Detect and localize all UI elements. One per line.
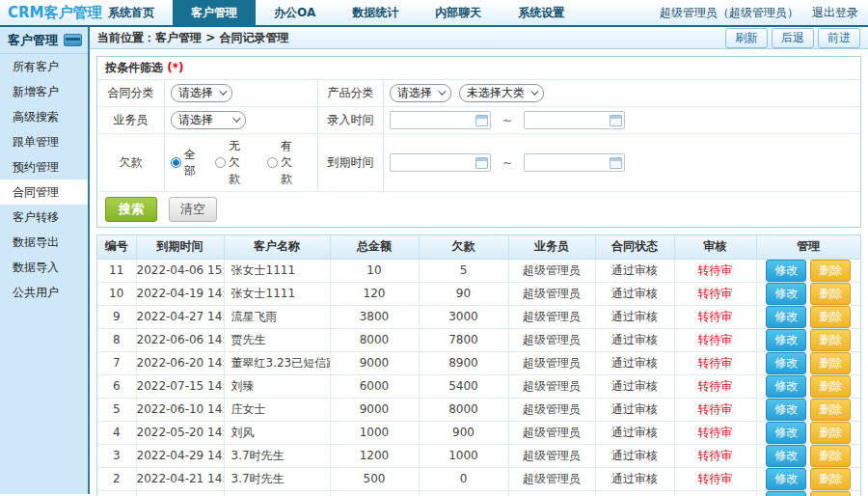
due-time-start-input[interactable] <box>390 153 491 172</box>
delete-button[interactable]: 删除 <box>810 468 851 490</box>
row-total: 1200 <box>330 444 419 467</box>
audit-link[interactable]: 转待审 <box>698 472 733 485</box>
row-status: 通过审核 <box>595 351 674 374</box>
sidebar-item-4[interactable]: 预约管理 <box>0 154 88 179</box>
row-salesman: 超级管理员 <box>508 421 595 444</box>
sidebar-item-3[interactable]: 跟单管理 <box>0 129 88 154</box>
edit-button[interactable]: 修改 <box>766 283 806 305</box>
sidebar-item-1[interactable]: 新增客户 <box>0 79 88 104</box>
edit-button[interactable]: 修改 <box>766 329 806 351</box>
row-total: 9000 <box>330 398 419 421</box>
table-row: 72022-06-20 14:47董翠红3.23已短信跟进90008900超级管… <box>97 351 860 374</box>
delete-button[interactable]: 删除 <box>810 422 851 444</box>
edit-button[interactable]: 修改 <box>766 399 806 421</box>
tab-1[interactable]: 客户管理 <box>173 0 256 25</box>
edit-button[interactable]: 修改 <box>766 468 806 490</box>
audit-link[interactable]: 转待审 <box>698 426 733 439</box>
entry-time-start-input[interactable] <box>390 111 491 129</box>
forward-button[interactable]: 前进 <box>818 28 860 48</box>
edit-button[interactable]: 修改 <box>766 375 806 398</box>
sidebar-item-6[interactable]: 客户转移 <box>0 205 88 230</box>
product-subcategory-select[interactable]: 未选择大类 <box>459 84 544 102</box>
delete-button[interactable]: 删除 <box>810 491 851 496</box>
debt-radio-1[interactable]: 无欠款 <box>215 138 248 187</box>
calendar-icon[interactable] <box>610 157 622 169</box>
audit-link[interactable]: 转待审 <box>698 310 733 323</box>
delete-button[interactable]: 删除 <box>810 329 851 351</box>
tab-0[interactable]: 系统首页 <box>90 0 173 25</box>
refresh-button[interactable]: 刷新 <box>725 28 768 48</box>
sidebar-item-8[interactable]: 数据导入 <box>0 255 88 280</box>
delete-button[interactable]: 删除 <box>810 306 851 328</box>
row-id: 10 <box>97 282 136 305</box>
product-category-select[interactable]: 请选择 <box>390 84 451 102</box>
row-manage-cell: 修改删除 <box>756 467 860 490</box>
search-button[interactable]: 搜索 <box>105 197 157 222</box>
delete-button[interactable]: 删除 <box>810 445 851 467</box>
back-button[interactable]: 后退 <box>772 28 814 48</box>
sidebar-item-9[interactable]: 公共用户 <box>0 280 88 305</box>
delete-button[interactable]: 删除 <box>810 375 851 398</box>
row-customer: 3.7时先生 <box>224 467 330 490</box>
tab-5[interactable]: 系统设置 <box>500 0 583 25</box>
audit-link[interactable]: 转待审 <box>698 287 733 300</box>
sidebar-item-5[interactable]: 合同管理 <box>0 179 88 205</box>
debt-radio-2[interactable]: 有欠款 <box>267 138 300 187</box>
contracts-table-panel: 编号到期时间客户名称总金额欠款业务员合同状态审核管理 112022-04-06 … <box>96 234 861 496</box>
row-salesman: 超级管理员 <box>508 305 595 328</box>
salesman-select[interactable]: 请选择 <box>171 111 246 129</box>
row-salesman: 超级管理员 <box>508 467 595 490</box>
row-due: 2022-07-15 14:45 <box>136 374 224 398</box>
col-header-7: 审核 <box>674 235 756 259</box>
tab-2[interactable]: 办公OA <box>256 0 334 25</box>
logout-link[interactable]: 退出登录 <box>812 5 858 21</box>
audit-link[interactable]: 转待审 <box>698 263 733 277</box>
contract-category-select[interactable]: 请选择 <box>171 84 232 102</box>
audit-link[interactable]: 转待审 <box>698 379 733 393</box>
audit-link[interactable]: 转待审 <box>698 449 733 462</box>
edit-button[interactable]: 修改 <box>766 422 806 444</box>
select-value: 请选择 <box>397 85 432 101</box>
edit-button[interactable]: 修改 <box>766 306 806 328</box>
row-status: 通过审核 <box>595 328 674 351</box>
row-salesman: 超级管理员 <box>508 259 595 282</box>
audit-link[interactable]: 转待审 <box>698 356 733 370</box>
row-customer: 庄女士 <box>224 398 330 421</box>
col-header-8: 管理 <box>756 235 860 259</box>
sidebar-item-2[interactable]: 高级搜索 <box>0 104 88 129</box>
edit-button[interactable]: 修改 <box>766 491 806 496</box>
tab-3[interactable]: 数据统计 <box>334 0 417 25</box>
entry-time-end-input[interactable] <box>524 111 625 129</box>
table-row: 92022-04-27 14:48流星飞雨38003000超级管理员通过审核转待… <box>97 305 860 328</box>
filter-title: 按条件筛选 (*) <box>97 57 860 80</box>
calendar-icon[interactable] <box>475 157 488 169</box>
delete-button[interactable]: 删除 <box>810 283 851 305</box>
calendar-icon[interactable] <box>610 115 622 126</box>
debt-radio-0[interactable]: 全部 <box>171 147 196 179</box>
edit-button[interactable]: 修改 <box>766 352 806 374</box>
row-status: 通过审核 <box>595 305 674 328</box>
audit-link[interactable]: 转待审 <box>698 402 733 416</box>
filter-title-text: 按条件筛选 <box>105 61 163 74</box>
edit-button[interactable]: 修改 <box>766 260 806 282</box>
tab-4[interactable]: 内部聊天 <box>417 0 500 25</box>
edit-button[interactable]: 修改 <box>766 445 806 467</box>
sidebar-item-7[interactable]: 数据导出 <box>0 230 88 255</box>
row-audit-cell: 转待审 <box>674 467 756 490</box>
radio-icon <box>215 157 226 168</box>
sidebar-item-0[interactable]: 所有客户 <box>0 54 88 79</box>
chevron-down-icon <box>438 87 446 95</box>
col-header-2: 客户名称 <box>224 235 330 259</box>
filter-panel: 按条件筛选 (*) 合同分类 请选择 产品分类 请选择 <box>96 56 861 228</box>
clear-button[interactable]: 清空 <box>169 197 217 222</box>
audit-link[interactable]: 转待审 <box>698 333 733 346</box>
calendar-icon[interactable] <box>475 115 488 126</box>
row-status: 通过审核 <box>595 421 674 444</box>
delete-button[interactable]: 删除 <box>810 352 851 374</box>
row-total: 3800 <box>330 305 419 328</box>
delete-button[interactable]: 删除 <box>810 260 851 282</box>
delete-button[interactable]: 删除 <box>810 399 851 421</box>
row-id: 8 <box>97 328 136 351</box>
due-time-end-input[interactable] <box>524 153 625 172</box>
row-manage-cell: 修改删除 <box>756 259 860 282</box>
